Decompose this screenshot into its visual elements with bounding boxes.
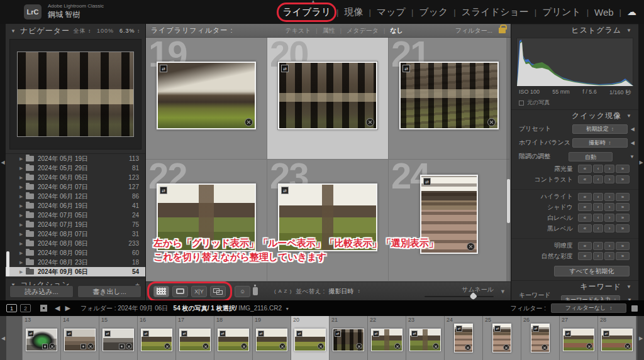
filmstrip-thumbnail[interactable]: ⇄ [294,329,326,351]
folder-row[interactable]: ▶2024年 05月 29日81 [6,163,145,173]
loupe-view-button[interactable] [172,286,188,297]
painter-tool-icon[interactable] [253,287,258,295]
module-tab-Web[interactable]: Web [594,7,614,18]
zoom-fit-option[interactable]: 全体 ↕ [73,27,91,35]
left-panel-collapse-icon[interactable]: ◀ [0,24,6,300]
thumbnail-size-slider[interactable] [425,296,494,297]
filter-tab-属性[interactable]: 属性 [323,26,335,35]
filmstrip-thumbnail[interactable]: ⇄ [563,329,594,351]
filmstrip-cell-19[interactable]: 19⇄ [253,316,291,360]
decrease-small-button[interactable]: ‹ [593,224,603,232]
filmstrip-cell-26[interactable]: 26⇄ [521,316,560,360]
folder-expand-icon[interactable]: ▶ [19,185,26,190]
back-arrow-icon[interactable]: ◀ [55,304,60,312]
people-view-button[interactable]: ☺ [235,286,250,297]
filmstrip-cell-16[interactable]: 16⇄ [138,316,176,360]
folder-expand-icon[interactable]: ▶ [19,194,26,199]
decrease-large-button[interactable]: « [578,214,592,222]
folder-expand-icon[interactable]: ▶ [19,251,26,256]
filmstrip-thumbnail[interactable]: ⇄ [256,329,287,351]
histogram-graph[interactable] [516,38,633,87]
increase-large-button[interactable]: » [616,242,630,250]
increase-large-button[interactable]: » [616,175,630,183]
decrease-large-button[interactable]: « [578,203,592,211]
folder-expand-icon[interactable]: ▶ [19,175,26,180]
filmstrip-thumbnail[interactable]: ⇄ [492,324,511,352]
reset-all-button[interactable]: すべてを初期化 [554,266,630,276]
decrease-small-button[interactable]: ‹ [593,242,603,250]
folder-expand-icon[interactable]: ▶ [19,232,26,237]
decrease-small-button[interactable]: ‹ [593,175,603,183]
compare-view-button[interactable]: X|Y [191,286,207,297]
crop-badge-icon[interactable]: ⇄ [160,65,167,72]
decrease-small-button[interactable]: ‹ [593,193,603,201]
increase-small-button[interactable]: › [604,224,614,232]
increase-large-button[interactable]: » [616,214,630,222]
increase-small-button[interactable]: › [604,175,614,183]
navigator-header[interactable]: ▼ ナビゲーター 全体 ↕ 100% 6.3% ↕ [6,24,145,38]
metadata-badge-icon[interactable] [243,116,254,128]
filmstrip-cell-27[interactable]: 27⇄ [560,316,598,360]
filmstrip-cell-20[interactable]: 20⇄ [291,316,330,360]
metadata-badge-icon[interactable] [465,241,476,252]
original-photo-checkbox[interactable] [519,101,524,106]
filmstrip-cell-14[interactable]: 14⇄ [61,316,99,360]
export-button[interactable]: 書き出し... [77,285,142,298]
filmstrip-cell-15[interactable]: 15⇄ [99,316,138,360]
filmstrip-thumbnail[interactable]: ⇄ [371,329,402,351]
module-tab-プリント[interactable]: プリント [542,6,580,18]
decrease-large-button[interactable]: « [578,165,592,173]
crop-badge-icon[interactable]: ⇄ [160,187,167,194]
filmstrip-thumbnail[interactable]: ⇄ [601,329,633,351]
folder-expand-icon[interactable]: ▶ [19,260,26,265]
import-button[interactable]: 読み込み... [9,285,74,298]
increase-large-button[interactable]: » [616,193,630,201]
crop-badge-icon[interactable]: ⇄ [281,65,289,72]
photo-thumbnail[interactable]: ⇄ [399,62,499,129]
sort-value-dropdown[interactable]: 撮影日時 [328,287,353,296]
filmstrip-thumbnail[interactable]: ⇄ [26,329,57,351]
tone-collapse-icon[interactable]: ▼ [630,154,635,160]
folder-row[interactable]: ▶2024年 05月 19日113 [6,154,145,163]
filter-tab-テキスト[interactable]: テキスト [285,26,311,35]
histogram-header[interactable]: ヒストグラム ▼ [511,24,638,36]
filmstrip-cell-17[interactable]: 17⇄ [176,316,214,360]
grid-shortcut-icon[interactable] [40,305,47,312]
folder-row[interactable]: ▶2024年 07月 05日24 [6,210,145,220]
decrease-small-button[interactable]: ‹ [593,252,603,260]
module-tab-ブック[interactable]: ブック [419,6,448,18]
filmstrip-thumbnail[interactable]: ⇄ [531,324,550,352]
quick-develop-header[interactable]: クイック現像 ▼ [511,109,638,122]
navigator-preview[interactable] [9,39,142,150]
folder-expand-icon[interactable]: ▶ [19,166,26,171]
module-tab-スライドショー[interactable]: スライドショー [462,6,529,18]
preset-expand-icon[interactable]: ◀ [631,126,635,132]
folder-row[interactable]: ▶2024年 08月 08日233 [6,239,145,248]
filmstrip-cell-21[interactable]: 21⇄ [330,316,368,360]
filmstrip-thumbnail[interactable]: ⇄ [409,329,441,351]
white-balance-dropdown[interactable]: 撮影時↕ [572,138,628,148]
folder-expand-icon[interactable]: ▶ [19,204,26,209]
increase-large-button[interactable]: » [616,165,630,173]
filmstrip-right-arrow[interactable]: ▶ [638,316,644,360]
folder-row[interactable]: ▶2024年 08月 09日60 [6,248,145,258]
grid-cell-21[interactable]: 21⇄ [389,38,510,160]
filmstrip-thumbnail[interactable]: ⇄ [64,329,96,351]
filmstrip-cell-partial[interactable] [6,316,23,360]
photo-thumbnail[interactable]: ⇄ [157,62,256,129]
decrease-large-button[interactable]: « [578,252,592,260]
increase-small-button[interactable]: › [604,203,614,211]
filter-preset-dropdown[interactable]: フィルター... [455,26,492,35]
folder-expand-icon[interactable]: ▶ [19,213,26,218]
filter-toggle-icon[interactable] [631,305,638,312]
grid-cell-20[interactable]: 20⇄ [267,38,389,160]
filmstrip-thumbnail[interactable]: ⇄ [103,329,134,351]
auto-tone-button[interactable]: 自動 [569,152,613,161]
grid-view-button[interactable] [153,286,169,297]
grid-scrollbar-thumb[interactable] [507,179,510,223]
folder-expand-icon[interactable]: ▶ [19,241,26,246]
forward-arrow-icon[interactable]: ▶ [65,304,70,312]
right-panel-collapse-icon[interactable]: ▶ [638,24,644,300]
photo-thumbnail[interactable]: ⇄ [278,62,377,129]
second-window-button[interactable]: 2 [20,304,31,312]
